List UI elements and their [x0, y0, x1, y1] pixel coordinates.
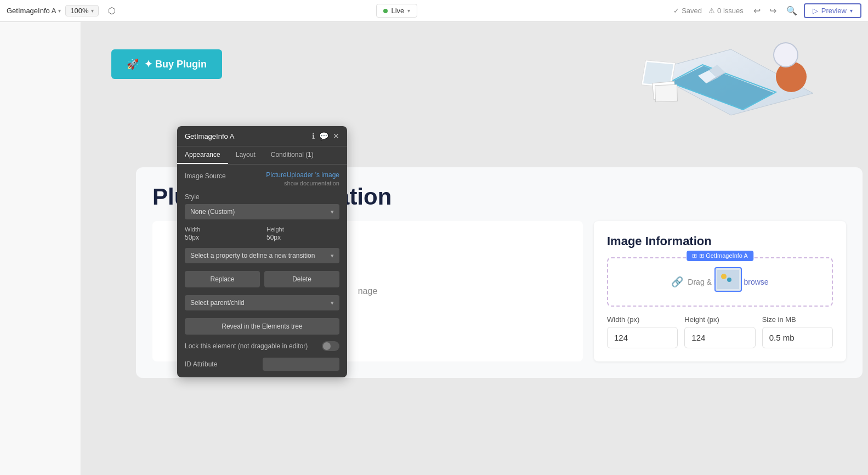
toggle-knob	[323, 342, 331, 350]
element-panel: GetImageInfo A ℹ 💬 ✕ Appearance Layout C…	[177, 126, 347, 377]
style-select[interactable]: None (Custom)	[185, 204, 339, 219]
delete-button[interactable]: Delete	[264, 271, 339, 287]
svg-point-14	[721, 274, 727, 279]
height-group: Height 50px	[266, 226, 339, 241]
height-dim-value: 50px	[266, 234, 339, 241]
preview-chevron: ▾	[850, 8, 853, 14]
image-source-value-group: PictureUploader 's image show documentat…	[266, 171, 339, 186]
image-label: nage	[358, 286, 378, 296]
app-name-text: GetImageInfo A	[7, 7, 56, 15]
svg-point-15	[727, 278, 731, 282]
check-icon: ✓	[673, 7, 679, 15]
lock-label: Lock this element (not draggable in edit…	[185, 342, 308, 350]
transition-select-wrapper: Select a property to define a new transi…	[185, 248, 339, 263]
topbar-center: Live ▾	[125, 4, 670, 18]
dims-row: Width 50px Height 50px	[185, 226, 339, 241]
warning-icon: ⚠	[708, 7, 715, 15]
width-dim-label: Width	[185, 226, 258, 233]
panel-header: GetImageInfo A ℹ 💬 ✕	[177, 126, 347, 146]
topbar-right: ✓ Saved ⚠ 0 issues ↩ ↪ 🔍 ▷ Preview ▾	[673, 3, 861, 18]
lock-toggle[interactable]	[322, 341, 339, 351]
style-select-wrapper: None (Custom)	[185, 204, 339, 219]
live-dot	[383, 9, 388, 13]
preview-play-icon: ▷	[813, 7, 818, 15]
height-field: Height (px) 124	[684, 315, 755, 348]
get-image-badge: ⊞ ⊞ GetImageInfo A	[687, 251, 753, 261]
replace-button[interactable]: Replace	[185, 271, 260, 287]
issues-status: ⚠ 0 issues	[708, 7, 744, 15]
height-dim-label: Height	[266, 226, 339, 233]
thumbnail-overlay	[714, 267, 742, 292]
live-button[interactable]: Live ▾	[376, 4, 417, 18]
demo-card-right: Image Information ⊞ ⊞ GetImageInfo A	[594, 221, 846, 361]
badge-icon: ⊞	[692, 252, 697, 259]
saved-status: ✓ Saved	[673, 7, 702, 15]
height-field-label: Height (px)	[684, 315, 755, 324]
info-fields: Width (px) 124 Height (px) 124 Size in M…	[607, 315, 833, 348]
topbar: GetImageInfo A ▾ 100% ▾ ⬡ Live ▾ ✓ Saved…	[0, 0, 868, 22]
undo-button[interactable]: ↩	[750, 4, 764, 17]
id-label: ID Attribute	[185, 360, 217, 368]
upload-box[interactable]: ⊞ ⊞ GetImageInfo A 🔗 Dra	[607, 257, 833, 307]
width-field-value: 124	[607, 327, 678, 348]
search-icon[interactable]: 🔍	[786, 5, 797, 16]
panel-body: Image Source PictureUploader 's image sh…	[177, 165, 347, 377]
tab-conditional[interactable]: Conditional (1)	[263, 146, 321, 164]
preview-label: Preview	[821, 7, 847, 15]
transition-select[interactable]: Select a property to define a new transi…	[185, 248, 339, 263]
hero-illustration	[621, 27, 841, 143]
panel-header-icons: ℹ 💬 ✕	[312, 132, 339, 140]
topbar-left: GetImageInfo A ▾ 100% ▾ ⬡	[7, 2, 121, 20]
panel-tabs: Appearance Layout Conditional (1)	[177, 146, 347, 165]
id-field[interactable]	[263, 358, 339, 371]
component-icon[interactable]: ⬡	[103, 2, 121, 20]
replace-delete-row: Replace Delete	[185, 271, 339, 287]
image-source-row: Image Source PictureUploader 's image sh…	[185, 171, 339, 186]
size-field-label: Size in MB	[762, 315, 833, 324]
left-sidebar	[0, 22, 81, 475]
live-label: Live	[391, 7, 404, 15]
parent-child-select[interactable]: Select parent/child	[185, 295, 339, 310]
zoom-control[interactable]: 100% ▾	[65, 5, 98, 16]
lock-row: Lock this element (not draggable in edit…	[185, 341, 339, 351]
live-chevron: ▾	[407, 8, 410, 14]
redo-button[interactable]: ↪	[766, 4, 780, 17]
svg-rect-8	[655, 84, 677, 101]
height-field-value: 124	[684, 327, 755, 348]
size-field-value: 0.5 mb	[762, 327, 833, 348]
tab-layout[interactable]: Layout	[228, 146, 263, 164]
thumb-svg	[717, 270, 739, 289]
reveal-button[interactable]: Reveal in the Elements tree	[185, 318, 339, 335]
hero-svg	[621, 27, 841, 137]
issues-text-label: 0 issues	[717, 7, 744, 15]
comment-icon[interactable]: 💬	[319, 132, 328, 140]
show-documentation-link[interactable]: show documentation	[266, 180, 339, 186]
tab-appearance[interactable]: Appearance	[177, 146, 228, 164]
browse-link[interactable]: browse	[744, 278, 769, 286]
width-field: Width (px) 124	[607, 315, 678, 348]
id-row: ID Attribute	[185, 358, 339, 371]
size-field: Size in MB 0.5 mb	[762, 315, 833, 348]
app-name[interactable]: GetImageInfo A ▾	[7, 7, 61, 15]
width-field-label: Width (px)	[607, 315, 678, 324]
app-name-chevron[interactable]: ▾	[58, 8, 61, 14]
saved-text-label: Saved	[682, 7, 702, 15]
close-icon[interactable]: ✕	[333, 132, 339, 140]
preview-button[interactable]: ▷ Preview ▾	[804, 3, 861, 18]
canvas-area: 🚀 ✦ Buy Plugin	[81, 22, 868, 475]
buy-plugin-button[interactable]: 🚀 ✦ Buy Plugin	[111, 49, 222, 79]
panel-title: GetImageInfo A	[185, 132, 234, 140]
parent-child-wrapper: Select parent/child	[185, 295, 339, 310]
badge-text: ⊞ GetImageInfo A	[699, 252, 748, 259]
link-icon: 🔗	[671, 276, 683, 288]
image-source-value[interactable]: PictureUploader 's image	[266, 171, 339, 179]
zoom-value: 100%	[70, 7, 88, 15]
style-section-label: Style	[185, 193, 339, 201]
main-area: 🚀 ✦ Buy Plugin	[0, 22, 868, 475]
buy-plugin-label: ✦ Buy Plugin	[144, 58, 207, 70]
width-group: Width 50px	[185, 226, 258, 241]
width-dim-value: 50px	[185, 234, 258, 241]
info-icon[interactable]: ℹ	[312, 132, 315, 140]
svg-point-9	[774, 43, 798, 67]
image-source-label: Image Source	[185, 171, 226, 180]
